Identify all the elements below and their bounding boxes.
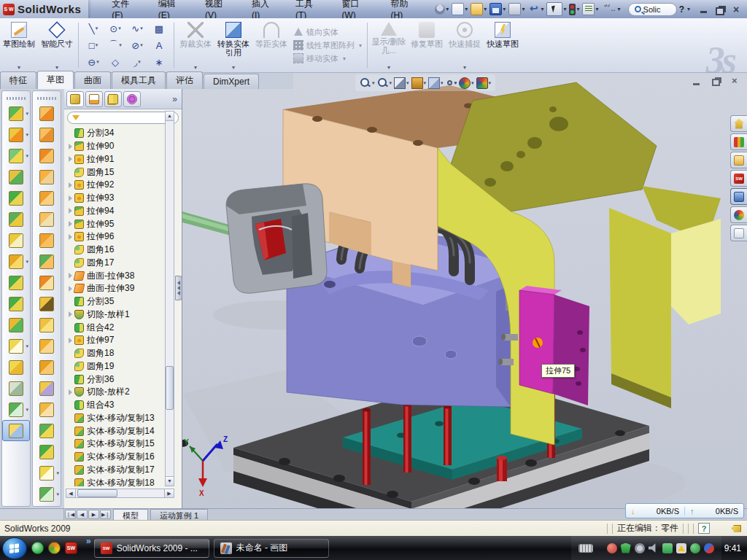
- model-tab[interactable]: 模型: [113, 509, 148, 520]
- dropdown-arrow-icon[interactable]: ▾: [576, 6, 579, 12]
- help-dropdown-icon[interactable]: ▾: [687, 6, 690, 12]
- task-pane-button[interactable]: [730, 115, 747, 132]
- volume-icon[interactable]: [649, 543, 659, 553]
- panel-splitter[interactable]: [175, 276, 182, 300]
- usb-icon[interactable]: [662, 543, 673, 553]
- surface-tool-button[interactable]: [33, 230, 61, 251]
- sketch-fillet-icon[interactable]: ◞: [133, 57, 137, 68]
- print-icon[interactable]: [508, 3, 521, 15]
- surface-tool-button[interactable]: [33, 103, 61, 124]
- scrollbar-thumb[interactable]: [166, 366, 174, 410]
- surface-tool-button[interactable]: [33, 272, 61, 293]
- dropdown-arrow-icon[interactable]: ▾: [406, 80, 409, 86]
- sketch-tool-button[interactable]: ▩ ▾: [148, 20, 170, 37]
- dropdown-arrow-icon[interactable]: ▾: [118, 26, 121, 31]
- slot-icon[interactable]: ⊖: [88, 57, 96, 68]
- dropdown-arrow-icon[interactable]: ▾: [387, 64, 390, 71]
- restore-button[interactable]: [715, 5, 725, 14]
- feature-tool-button[interactable]: [2, 145, 30, 166]
- polygon-icon[interactable]: ◇: [112, 57, 119, 68]
- feature-tree-item[interactable]: 组合43: [66, 399, 166, 412]
- sketch-tool-button[interactable]: ╲ ▾: [82, 20, 104, 37]
- sync-icon[interactable]: [704, 543, 714, 553]
- view-tool-button[interactable]: ▾: [476, 77, 492, 89]
- expand-arrow-icon[interactable]: [66, 389, 74, 395]
- solidworks-ql-icon[interactable]: SW: [65, 542, 77, 554]
- sketch-tool-button[interactable]: ⊖ ▾: [82, 54, 104, 71]
- command-tab[interactable]: DimXpert: [204, 74, 259, 89]
- feature-tree-item[interactable]: 分割36: [66, 373, 166, 386]
- scene-icon[interactable]: [476, 77, 488, 89]
- tab-nav-button[interactable]: ❘◀: [65, 510, 76, 519]
- expand-arrow-icon[interactable]: [66, 195, 74, 201]
- pin-icon[interactable]: [435, 4, 445, 15]
- dropdown-arrow-icon[interactable]: ▾: [595, 6, 598, 12]
- section-view-icon[interactable]: [394, 77, 406, 89]
- point-icon[interactable]: ∗: [155, 57, 163, 68]
- taskbar-task-button[interactable]: SW SolidWorks 2009 - ...: [94, 539, 209, 558]
- task-pane-button[interactable]: [730, 152, 747, 168]
- expand-arrow-icon[interactable]: [66, 156, 74, 162]
- dropdown-arrow-icon[interactable]: ▾: [503, 6, 506, 12]
- toolbar-button[interactable]: ▾: [452, 3, 469, 15]
- command-button-small[interactable]: 移动实体 ▾: [293, 53, 362, 64]
- sketch-text-icon[interactable]: A: [156, 40, 163, 51]
- sketch-tool-button[interactable]: ◞ ▾: [126, 54, 148, 71]
- surface-tool-button[interactable]: [33, 251, 61, 272]
- feature-tree-item[interactable]: 圆角15: [66, 166, 166, 179]
- feature-tool-button[interactable]: [2, 103, 30, 124]
- doc-close-button[interactable]: ×: [732, 77, 741, 85]
- dropdown-arrow-icon[interactable]: ▾: [424, 80, 427, 86]
- feature-tool-button[interactable]: [2, 124, 30, 145]
- dropdown-arrow-icon[interactable]: ▾: [563, 6, 566, 12]
- toolbar-button[interactable]: ▾: [546, 2, 568, 16]
- surface-tool-button[interactable]: [33, 124, 61, 145]
- arc-icon[interactable]: ⌒: [109, 39, 118, 52]
- toolbar-button[interactable]: ▾: [435, 4, 450, 15]
- scroll-down-icon[interactable]: ▼: [166, 476, 174, 486]
- rectangle-icon[interactable]: □: [89, 40, 95, 51]
- surface-tool-button[interactable]: [33, 462, 61, 483]
- feature-tool-button[interactable]: [2, 187, 30, 209]
- tree-horizontal-scrollbar[interactable]: ◀ ▶: [66, 489, 174, 498]
- feature-tool-button[interactable]: [2, 378, 30, 399]
- view-tool-button[interactable]: ▾: [428, 77, 444, 89]
- quick-launch-more-button[interactable]: »: [86, 536, 91, 546]
- view-tool-button[interactable]: ▾: [446, 77, 457, 88]
- doc-minimize-button[interactable]: [692, 77, 702, 85]
- task-pane-button[interactable]: [730, 225, 747, 241]
- command-button[interactable]: 等距实体 ▾: [252, 18, 290, 72]
- command-tab[interactable]: 草图: [37, 71, 74, 89]
- dropdown-arrow-icon[interactable]: ▾: [471, 80, 474, 86]
- warning-icon[interactable]: [676, 543, 686, 553]
- dropdown-arrow-icon[interactable]: ▾: [390, 80, 392, 86]
- panel-tab-button[interactable]: [85, 91, 103, 107]
- dropdown-arrow-icon[interactable]: ▾: [463, 64, 466, 71]
- dropdown-arrow-icon[interactable]: ▾: [18, 64, 20, 71]
- surface-tool-button[interactable]: [33, 314, 61, 335]
- display-style-icon[interactable]: [428, 77, 440, 89]
- sketch-tool-button[interactable]: ⊙ ▾: [104, 20, 126, 37]
- dropdown-arrow-icon[interactable]: ▾: [372, 80, 375, 86]
- dropdown-arrow-icon[interactable]: ▾: [441, 80, 444, 86]
- dropdown-arrow-icon[interactable]: ▾: [194, 64, 197, 71]
- feature-tree-item[interactable]: 拉伸94: [66, 205, 166, 218]
- zoom-area-icon[interactable]: [377, 77, 389, 89]
- spline-icon[interactable]: ∿: [131, 23, 139, 34]
- shield-green-icon[interactable]: [621, 543, 631, 553]
- scrollbar-thumb[interactable]: [77, 489, 117, 497]
- dropdown-arrow-icon[interactable]: ▾: [522, 6, 525, 12]
- view-tool-button[interactable]: ▾: [394, 77, 409, 89]
- keyboard-icon[interactable]: [578, 544, 593, 553]
- antivirus-red-icon[interactable]: [607, 543, 617, 553]
- select-icon[interactable]: [546, 2, 562, 16]
- dropdown-arrow-icon[interactable]: ▾: [454, 80, 457, 86]
- surface-tool-button[interactable]: [33, 420, 61, 441]
- expand-arrow-icon[interactable]: [66, 182, 74, 188]
- task-pane-button[interactable]: [730, 133, 747, 150]
- feature-tree-item[interactable]: 拉伸96: [66, 230, 166, 244]
- surface-tool-button[interactable]: [33, 441, 61, 462]
- expand-arrow-icon[interactable]: [66, 208, 74, 214]
- command-tab[interactable]: 评估: [166, 71, 203, 89]
- surface-tool-button[interactable]: [33, 378, 61, 399]
